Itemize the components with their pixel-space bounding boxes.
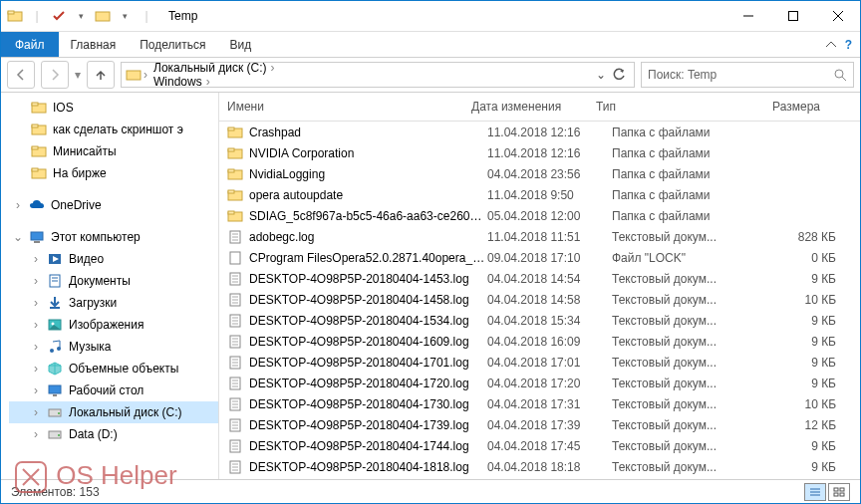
chevron-down-small-icon[interactable]: ▾ bbox=[117, 8, 133, 24]
list-item[interactable]: DESKTOP-4O98P5P-20180404-1818.log04.04.2… bbox=[219, 456, 860, 477]
list-item[interactable]: DESKTOP-4O98P5P-20180404-1453.log04.04.2… bbox=[219, 268, 860, 289]
tree-expand-icon[interactable]: › bbox=[31, 383, 41, 397]
file-list[interactable]: Crashpad11.04.2018 12:16Папка с файламиN… bbox=[219, 122, 860, 479]
list-item[interactable]: DESKTOP-4O98P5P-20180404-1720.log04.04.2… bbox=[219, 373, 860, 393]
tree-expand-icon[interactable]: › bbox=[31, 405, 41, 419]
sidebar-item[interactable]: ›Рабочий стол bbox=[9, 379, 218, 401]
forward-button[interactable] bbox=[41, 61, 69, 89]
tree-expand-icon[interactable]: › bbox=[13, 198, 23, 212]
svg-rect-50 bbox=[230, 252, 240, 264]
folder-icon bbox=[227, 145, 243, 161]
svg-rect-97 bbox=[840, 493, 844, 496]
refresh-icon[interactable] bbox=[612, 68, 626, 82]
minimize-button[interactable] bbox=[725, 1, 770, 31]
svg-rect-31 bbox=[53, 394, 57, 396]
sidebar-item[interactable]: ›Изображения bbox=[9, 314, 218, 336]
svg-point-28 bbox=[50, 349, 54, 353]
tab-share[interactable]: Поделиться bbox=[128, 32, 217, 57]
list-item[interactable]: DESKTOP-4O98P5P-20180404-1744.log04.04.2… bbox=[219, 435, 860, 456]
sidebar-item[interactable]: как сделать скриншот э bbox=[9, 119, 218, 140]
list-item[interactable]: CProgram FilesOpera52.0.2871.40opera_a..… bbox=[219, 247, 860, 268]
svg-point-29 bbox=[57, 347, 61, 351]
maximize-button[interactable] bbox=[770, 1, 815, 31]
disk-icon bbox=[47, 426, 63, 442]
search-input[interactable]: Поиск: Temp bbox=[641, 62, 854, 88]
help-icon[interactable]: ? bbox=[845, 38, 852, 52]
sidebar-item[interactable]: ›Data (D:) bbox=[9, 423, 218, 445]
text-icon bbox=[227, 438, 243, 454]
sidebar-item-onedrive[interactable]: › OneDrive bbox=[9, 194, 218, 216]
list-item[interactable]: DESKTOP-4O98P5P-20180404-1534.log04.04.2… bbox=[219, 310, 860, 331]
tab-view[interactable]: Вид bbox=[217, 32, 263, 57]
address-bar[interactable]: › Этот компьютер›Локальный диск (C:)›Win… bbox=[121, 62, 635, 88]
tab-home[interactable]: Главная bbox=[59, 32, 129, 57]
folder-icon bbox=[31, 165, 47, 181]
list-item[interactable]: DESKTOP-4O98P5P-20180404-1609.log04.04.2… bbox=[219, 331, 860, 352]
sidebar-item[interactable]: IOS bbox=[9, 97, 218, 119]
list-item[interactable]: DESKTOP-4O98P5P-20180404-1739.log04.04.2… bbox=[219, 414, 860, 435]
list-item[interactable]: NVIDIA Corporation11.04.2018 12:16Папка … bbox=[219, 142, 860, 163]
sidebar-item[interactable]: На бирже bbox=[9, 162, 218, 184]
tree-expand-icon[interactable]: › bbox=[31, 362, 41, 376]
docs-icon bbox=[47, 273, 63, 289]
svg-rect-18 bbox=[31, 232, 43, 240]
sidebar-item[interactable]: ›Документы bbox=[9, 270, 218, 292]
tree-expand-icon[interactable]: › bbox=[31, 296, 41, 310]
text-icon bbox=[227, 459, 243, 475]
list-item[interactable]: opera autoupdate11.04.2018 9:50Папка с ф… bbox=[219, 184, 860, 205]
text-icon bbox=[227, 229, 243, 245]
sidebar-item-thispc[interactable]: ⌄ Этот компьютер bbox=[9, 226, 218, 248]
tree-expand-icon[interactable]: › bbox=[31, 252, 41, 266]
list-item[interactable]: adobegc.log11.04.2018 11:51Текстовый док… bbox=[219, 226, 860, 247]
sidebar-item[interactable]: ›Музыка bbox=[9, 336, 218, 358]
back-button[interactable] bbox=[7, 61, 35, 89]
list-item[interactable]: DESKTOP-4O98P5P-20180404-1701.log04.04.2… bbox=[219, 352, 860, 373]
up-button[interactable] bbox=[87, 61, 115, 89]
list-item[interactable]: NvidiaLogging04.04.2018 23:56Папка с фай… bbox=[219, 163, 860, 184]
details-view-button[interactable] bbox=[804, 483, 826, 501]
disk-icon bbox=[47, 404, 63, 420]
status-bar: Элементов: 153 bbox=[1, 479, 860, 503]
list-item[interactable]: DESKTOP-4O98P5P-20180404-1730.log04.04.2… bbox=[219, 393, 860, 414]
col-size[interactable]: Размера bbox=[730, 100, 832, 114]
col-date[interactable]: Дата изменения bbox=[471, 100, 596, 114]
svg-rect-96 bbox=[834, 493, 838, 496]
folder-icon bbox=[126, 67, 142, 83]
list-item[interactable]: Crashpad11.04.2018 12:16Папка с файлами bbox=[219, 122, 860, 142]
col-type[interactable]: Тип bbox=[596, 100, 730, 114]
col-name[interactable]: Имени bbox=[227, 100, 471, 114]
svg-point-35 bbox=[58, 434, 60, 436]
tree-expand-icon[interactable]: › bbox=[31, 274, 41, 288]
svg-rect-37 bbox=[228, 127, 234, 130]
file-tab[interactable]: Файл bbox=[1, 32, 59, 57]
thumb-view-button[interactable] bbox=[828, 483, 850, 501]
tree-collapse-icon[interactable]: ⌄ bbox=[13, 230, 23, 244]
folder-icon bbox=[227, 187, 243, 203]
breadcrumb[interactable]: Windows› bbox=[149, 75, 279, 88]
tree-expand-icon[interactable]: › bbox=[31, 427, 41, 441]
close-button[interactable] bbox=[815, 1, 860, 31]
file-area: Имени Дата изменения Тип Размера Crashpa… bbox=[219, 93, 860, 479]
separator-icon: | bbox=[139, 8, 154, 24]
folder-icon bbox=[31, 143, 47, 159]
text-icon bbox=[227, 271, 243, 287]
chevron-down-small-icon[interactable]: ▾ bbox=[73, 8, 89, 24]
expand-ribbon-icon[interactable] bbox=[825, 39, 837, 51]
list-item[interactable]: DESKTOP-4O98P5P-20180404-1458.log04.04.2… bbox=[219, 289, 860, 310]
checkmark-icon[interactable] bbox=[51, 8, 67, 24]
svg-point-8 bbox=[835, 70, 843, 78]
sidebar-item[interactable]: ›Объемные объекты bbox=[9, 358, 218, 379]
tree-expand-icon[interactable]: › bbox=[31, 340, 41, 354]
sidebar-item[interactable]: ›Локальный диск (C:) bbox=[9, 401, 218, 423]
sidebar-item[interactable]: Минисайты bbox=[9, 140, 218, 162]
navigation-pane[interactable]: IOSкак сделать скриншот эМинисайтыНа бир… bbox=[1, 93, 219, 479]
recent-dropdown-icon[interactable]: ▾ bbox=[75, 68, 81, 82]
tree-expand-icon[interactable]: › bbox=[31, 318, 41, 332]
svg-rect-43 bbox=[228, 190, 234, 193]
sidebar-item[interactable]: ›Видео bbox=[9, 248, 218, 270]
breadcrumb[interactable]: Локальный диск (C:)› bbox=[149, 62, 279, 75]
sidebar-item[interactable]: ›Загрузки bbox=[9, 292, 218, 314]
column-headers[interactable]: Имени Дата изменения Тип Размера bbox=[219, 93, 860, 122]
list-item[interactable]: SDIAG_5c8f967a-b5c5-46a6-aa63-ce260af...… bbox=[219, 205, 860, 226]
chevron-down-icon[interactable]: ⌄ bbox=[596, 68, 606, 82]
